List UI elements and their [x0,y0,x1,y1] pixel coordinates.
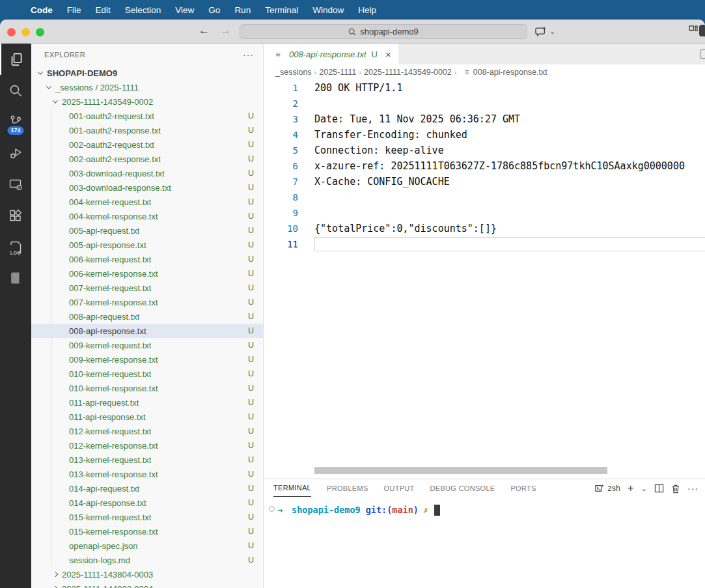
kill-terminal-trash-icon[interactable] [671,484,680,494]
tree-row[interactable]: 015-kernel-response.txt U [31,524,263,539]
tree-row[interactable]: openapi-spec.json U [31,539,263,553]
activitybar-source-control[interactable]: 174 [0,106,31,137]
breadcrumb-file[interactable]: 008-api-response.txt [473,68,547,77]
tree-item-label: 010-kernel-response.txt [69,384,158,393]
navigate-forward-button[interactable]: → [220,24,231,37]
customize-layout-icon[interactable] [689,25,700,35]
tree-row[interactable]: 005-api-response.txt U [31,238,263,252]
close-window-button[interactable] [7,28,16,36]
chevron-down-icon[interactable]: ⌄ [549,27,555,36]
launch-profile-button[interactable]: zsh [594,484,620,493]
menu-item[interactable]: Terminal [258,5,305,15]
tree-item-label: 015-kernel-request.txt [69,512,151,522]
tree-row[interactable]: 014-api-request.txt U [31,481,263,496]
tree-row[interactable]: 008-api-response.txt U [31,324,263,338]
menu-item[interactable]: Edit [89,5,118,15]
menu-item[interactable]: Selection [118,5,169,15]
menu-item[interactable]: View [168,5,201,15]
new-terminal-button[interactable]: + [628,482,634,495]
chevron-down-icon[interactable]: ⌄ [641,484,647,493]
tree-row[interactable]: 011-api-request.txt U [31,395,263,410]
minimize-window-button[interactable] [21,28,30,36]
search-icon [8,83,23,98]
tree-row[interactable]: 007-kernel-response.txt U [31,295,263,309]
tree-row[interactable]: 009-kernel-request.txt U [31,338,263,352]
panel-tab[interactable]: PORTS [510,479,536,497]
tree-row[interactable]: 004-kernel-response.txt U [31,209,263,223]
explorer-more-actions-button[interactable]: ··· [243,49,254,60]
tree-row[interactable]: 011-api-response.txt U [31,410,263,424]
menu-item[interactable]: File [60,5,89,15]
line-text: {"totalPrice":0,"discounts":[]} [314,221,705,236]
tree-row[interactable]: 2025-1111-143804-0003 [31,567,263,581]
copilot-chat-icon[interactable] [535,25,547,37]
menu-item[interactable]: Go [201,5,227,15]
menu-item[interactable]: Code [23,5,60,15]
activitybar-search[interactable] [0,75,31,106]
activitybar-run-debug[interactable] [0,137,31,169]
tree-row[interactable]: 012-kernel-response.txt U [31,438,263,453]
tree-item-label: 2025-1111-143804-0003 [62,570,153,580]
tree-row[interactable]: 001-oauth2-response.txt U [31,123,263,137]
tree-row[interactable]: 005-api-request.txt U [31,223,263,238]
activitybar-remote-explorer[interactable] [0,169,31,200]
tree-row[interactable]: 013-kernel-request.txt U [31,453,263,467]
editor-horizontal-scrollbar[interactable] [314,467,607,474]
explorer-files-icon [8,51,24,67]
tree-row[interactable]: 012-kernel-request.txt U [31,424,263,438]
tree-row[interactable]: 009-kernel-response.txt U [31,352,263,367]
panel-tab[interactable]: DEBUG CONSOLE [430,479,495,497]
tree-row[interactable]: 015-kernel-request.txt U [31,510,263,524]
command-center-search[interactable]: shopapi-demo9 [240,24,527,39]
menu-item[interactable]: Help [351,5,383,15]
tree-row[interactable]: 006-kernel-response.txt U [31,266,263,281]
tree-row[interactable]: 001-oauth2-request.txt U [31,109,263,123]
tree-row[interactable]: 010-kernel-response.txt U [31,381,263,395]
panel-more-actions-button[interactable]: ··· [687,483,698,494]
breadcrumb-separator-icon: › [314,68,317,76]
breadcrumb-item[interactable]: 2025-1111-143549-0002 [364,68,452,77]
panel-tab[interactable]: OUTPUT [384,479,415,497]
code-line: 5 Connection: keep-alive [264,143,705,158]
activitybar-extensions[interactable] [0,200,31,231]
tree-row[interactable]: 003-download-response.txt U [31,180,263,195]
git-status-badge: U [248,226,254,235]
tree-row[interactable]: 013-kernel-response.txt U [31,467,263,481]
panel-tab[interactable]: TERMINAL [273,479,311,497]
tree-row[interactable]: 004-kernel-request.txt U [31,195,263,209]
code-editor[interactable]: 1 200 OK HTTP/1.1 2 3 Date: Tue, 11 Nov … [264,80,705,479]
tree-row[interactable]: 2025-1111-143549-0002 [31,94,263,109]
tree-row[interactable]: 002-oauth2-response.txt U [31,152,263,166]
tree-row[interactable]: _sessions / 2025-1111 [31,80,263,94]
tree-row[interactable]: 006-kernel-request.txt U [31,252,263,266]
activitybar-output-log[interactable]: LOG [0,231,31,262]
navigate-back-button[interactable]: ← [199,24,210,37]
command-decoration-icon[interactable] [269,506,275,512]
close-tab-button[interactable]: × [385,49,391,60]
terminal[interactable]: → shopapi-demo9 git:(main) ✗ [264,497,705,516]
tree-row[interactable]: 008-api-request.txt U [31,309,263,324]
tree-row[interactable]: SHOPAPI-DEMO9 [31,66,263,80]
tree-row[interactable]: 007-kernel-request.txt U [31,281,263,295]
tree-row[interactable]: 010-kernel-request.txt U [31,367,263,381]
breadcrumb-item[interactable]: 2025-1111 [319,68,356,77]
tree-row[interactable]: 2025-1111-144002-0004 [31,581,263,588]
panel-tab[interactable]: PROBLEMS [327,479,368,497]
traffic-lights [7,28,44,36]
code-line: 2 [264,96,705,111]
activitybar-explorer[interactable] [0,44,31,75]
menu-item[interactable]: Run [227,5,258,15]
breadcrumb-item[interactable]: _sessions [275,68,312,77]
tree-row[interactable]: session-logs.md U [31,553,263,567]
tree-row[interactable]: 002-oauth2-request.txt U [31,137,263,152]
window-titlebar: ← → shopapi-demo9 ⌄ [0,20,705,44]
git-status-badge: U [248,326,254,335]
tree-row[interactable]: 014-api-response.txt U [31,496,263,510]
menu-item[interactable]: Window [305,5,351,15]
zoom-window-button[interactable] [36,28,44,36]
activitybar-docs-book[interactable] [0,262,31,294]
editor-tab[interactable]: ≡ 008-api-response.txt U × [264,44,398,64]
tree-row[interactable]: 003-download-request.txt U [31,166,263,180]
split-terminal-icon[interactable] [654,484,664,493]
tree-item-label: session-logs.md [69,555,130,565]
